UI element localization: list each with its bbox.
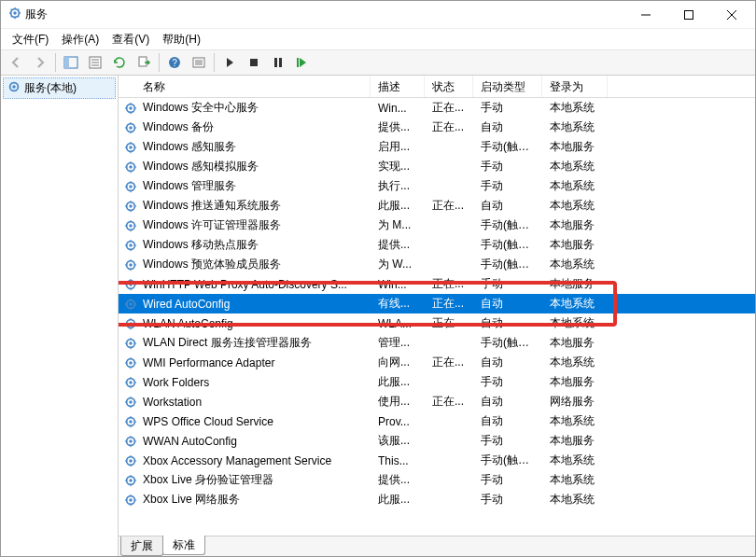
service-logon: 本地服务: [542, 237, 608, 253]
column-header-desc[interactable]: 描述: [371, 76, 425, 97]
service-desc: WLA...: [371, 317, 425, 330]
service-row[interactable]: Windows 备份提供...正在...自动本地系统: [119, 118, 755, 137]
service-desc: Win...: [371, 278, 425, 291]
app-icon: [8, 7, 21, 22]
menu-action[interactable]: 操作(A): [56, 30, 105, 49]
properties-button[interactable]: [84, 52, 106, 73]
window-title: 服务: [25, 7, 48, 22]
service-startup: 自动: [473, 119, 542, 135]
column-header-name[interactable]: 名称: [119, 76, 371, 97]
refresh-button[interactable]: [108, 52, 131, 73]
gear-icon: [122, 317, 139, 330]
service-name: WMI Performance Adapter: [143, 356, 274, 369]
service-startup: 手动(触发...: [473, 257, 542, 272]
service-desc: 为 W...: [371, 257, 425, 272]
service-row[interactable]: Windows 管理服务执行...手动本地系统: [119, 176, 755, 196]
service-row[interactable]: Xbox Accessory Management ServiceThis...…: [119, 451, 755, 470]
service-row[interactable]: Windows 安全中心服务Win...正在...手动本地系统: [119, 98, 755, 118]
service-row[interactable]: Windows 预览体验成员服务为 W...手动(触发...本地系统: [119, 255, 755, 274]
service-row[interactable]: WinHTTP Web Proxy Auto-Discovery S...Win…: [119, 274, 755, 294]
service-row[interactable]: Windows 感知服务启用...手动(触发...本地服务: [119, 137, 755, 157]
service-name: Xbox Live 身份验证管理器: [143, 472, 273, 488]
service-desc: 此服...: [371, 198, 425, 214]
stop-button[interactable]: [243, 52, 265, 73]
minimize-button[interactable]: [624, 2, 667, 28]
service-row[interactable]: Work Folders此服...手动本地服务: [119, 372, 755, 392]
service-desc: 实现...: [371, 159, 425, 174]
close-button[interactable]: [710, 2, 753, 28]
service-logon: 本地系统: [542, 119, 608, 135]
gear-icon: [122, 415, 139, 428]
column-header-status[interactable]: 状态: [425, 76, 473, 97]
column-header-startup[interactable]: 启动类型: [473, 76, 542, 97]
show-hide-tree-button[interactable]: [60, 52, 82, 73]
service-row[interactable]: Wired AutoConfig有线...正在...自动本地系统: [119, 294, 755, 313]
forward-button[interactable]: [29, 52, 51, 73]
toolbar: ?: [1, 49, 755, 76]
gear-icon: [122, 435, 139, 448]
svg-rect-28: [274, 58, 277, 67]
service-row[interactable]: Windows 感知模拟服务实现...手动本地系统: [119, 157, 755, 176]
service-row[interactable]: WLAN Direct 服务连接管理器服务管理...手动(触发...本地服务: [119, 333, 755, 353]
menu-file[interactable]: 文件(F): [7, 30, 54, 49]
svg-point-82: [129, 263, 133, 267]
export-button[interactable]: [133, 52, 155, 73]
back-button[interactable]: [5, 52, 27, 73]
svg-point-130: [129, 420, 133, 424]
column-header-logon[interactable]: 登录为: [542, 76, 608, 97]
svg-point-64: [129, 204, 133, 208]
gear-icon: [122, 141, 139, 154]
gear-icon: [122, 239, 139, 252]
service-desc: 此服...: [371, 374, 425, 390]
service-row[interactable]: Windows 推送通知系统服务此服...正在...自动本地系统: [119, 196, 755, 216]
help-button[interactable]: ?: [163, 52, 186, 73]
pause-button[interactable]: [267, 52, 289, 73]
gear-icon: [122, 376, 139, 389]
service-name: Windows 备份: [143, 119, 214, 135]
service-desc: 启用...: [371, 139, 425, 155]
tree-root-node[interactable]: 服务(本地): [3, 77, 116, 99]
service-name: Workstation: [143, 396, 202, 409]
service-row[interactable]: WLAN AutoConfigWLA...正在...自动本地系统: [119, 313, 755, 333]
service-row[interactable]: Windows 移动热点服务提供...手动(触发...本地服务: [119, 235, 755, 255]
gear-icon: [122, 258, 139, 272]
svg-point-148: [129, 479, 133, 482]
menu-view[interactable]: 查看(V): [106, 30, 155, 49]
tab-bar: 扩展 标准: [119, 536, 755, 556]
service-name: Windows 移动热点服务: [143, 237, 259, 253]
tab-standard[interactable]: 标准: [162, 536, 205, 555]
menu-help[interactable]: 帮助(H): [157, 30, 206, 49]
svg-rect-30: [297, 58, 299, 67]
svg-line-7: [18, 16, 19, 17]
service-name: Windows 推送通知系统服务: [143, 198, 281, 214]
svg-point-32: [12, 85, 16, 89]
service-row[interactable]: WWAN AutoConfig该服...手动本地服务: [119, 431, 755, 451]
gear-icon: [122, 200, 139, 213]
svg-point-46: [129, 146, 133, 149]
service-row[interactable]: Windows 许可证管理器服务为 M...手动(触发...本地服务: [119, 216, 755, 235]
services-grid[interactable]: Windows 安全中心服务Win...正在...手动本地系统Windows 备…: [119, 98, 755, 536]
service-status: 正在...: [425, 119, 473, 135]
svg-point-40: [129, 126, 133, 130]
service-status: 正在...: [425, 355, 473, 370]
service-name: WLAN Direct 服务连接管理器服务: [143, 335, 312, 351]
service-logon: 本地系统: [542, 100, 608, 116]
menu-bar: 文件(F) 操作(A) 查看(V) 帮助(H): [1, 29, 755, 49]
service-row[interactable]: Xbox Live 网络服务此服...手动本地系统: [119, 490, 755, 509]
maximize-button[interactable]: [667, 2, 710, 28]
service-name: Windows 管理服务: [143, 178, 236, 194]
gear-icon: [122, 160, 139, 174]
service-row[interactable]: Xbox Live 身份验证管理器提供...手动本地系统: [119, 470, 755, 490]
start-button[interactable]: [218, 52, 241, 73]
restart-button[interactable]: [291, 52, 314, 73]
service-status: 正在...: [425, 276, 473, 292]
service-status: 正在...: [425, 315, 473, 331]
details-button[interactable]: [188, 52, 210, 73]
service-row[interactable]: WPS Office Cloud ServiceProv...自动本地系统: [119, 411, 755, 431]
service-row[interactable]: WMI Performance Adapter向网...正在...自动本地系统: [119, 353, 755, 372]
column-header-row: 名称 描述 状态 启动类型 登录为: [119, 76, 755, 98]
service-name: Xbox Accessory Management Service: [143, 454, 331, 467]
service-row[interactable]: Workstation使用...正在...自动网络服务: [119, 392, 755, 411]
tab-extended[interactable]: 扩展: [120, 536, 163, 556]
service-desc: Prov...: [371, 415, 425, 428]
